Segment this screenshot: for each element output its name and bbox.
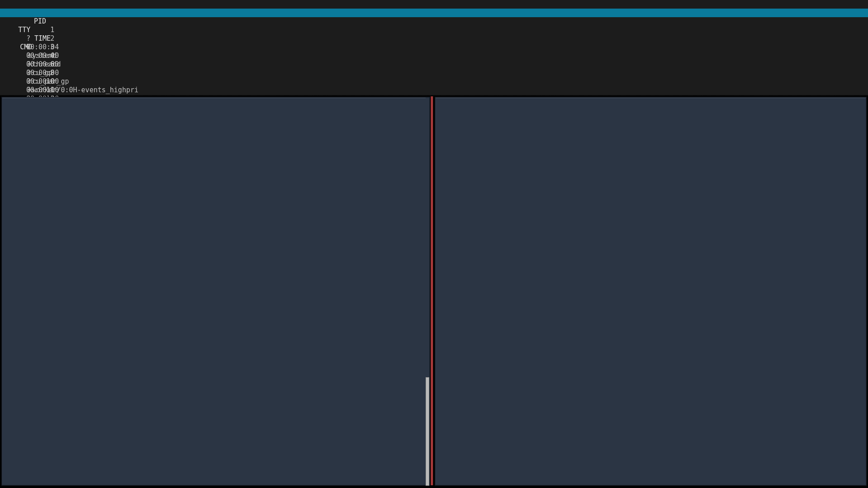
table-row: 3 ? 00:00:00 rcu_gp [0,34,868,43]
table-row: 8 ? 00:00:00 mm_percpu_wq [0,60,868,69]
table-row: 11 ? 00:00:00 rcu_tasks_rude_ [0,77,868,86]
terminal-prompt-line[interactable] [3,0,20,9]
table-row: 1 ? 00:00:04 systemd [0,17,868,26]
pane-left[interactable] [2,97,430,485]
scrollbar-track[interactable] [426,98,429,485]
ps-header-row: PID TTY TIME CMD [0,9,868,17]
desktop-bottom-strip [0,486,868,488]
table-row: 4 ? 00:00:00 rcu_par_gp [0,43,868,52]
ps-cell-pid: 8 [24,69,54,77]
ps-rows: 1 ? 00:00:04 systemd 2 ? 00:00:00 kthrea… [0,17,868,95]
ps-cell-pid: 11 [24,86,54,95]
terminal-pane-top[interactable]: PID TTY TIME CMD 1 ? 00:00:04 systemd 2 … [0,0,868,95]
ps-cell-pid: 10 [24,77,54,86]
table-row: 10 ? 00:00:00 rcu_tasks_kthre [0,69,868,77]
table-row: 6 ? 00:00:00 kworker/0:0H-events_highpri [0,52,868,60]
ps-cell-pid: 2 [24,34,54,43]
ps-cell-pid: 3 [24,43,54,52]
table-row: 2 ? 00:00:00 kthreadd [0,26,868,34]
ps-cell-pid: 1 [24,26,54,34]
scrollbar-thumb[interactable] [426,377,429,486]
ps-cell-pid: 6 [24,60,54,69]
pane-right[interactable] [435,97,866,485]
ps-cell-pid: 4 [24,52,54,60]
tiling-area [0,95,868,488]
pane-divider-active[interactable] [431,96,433,485]
